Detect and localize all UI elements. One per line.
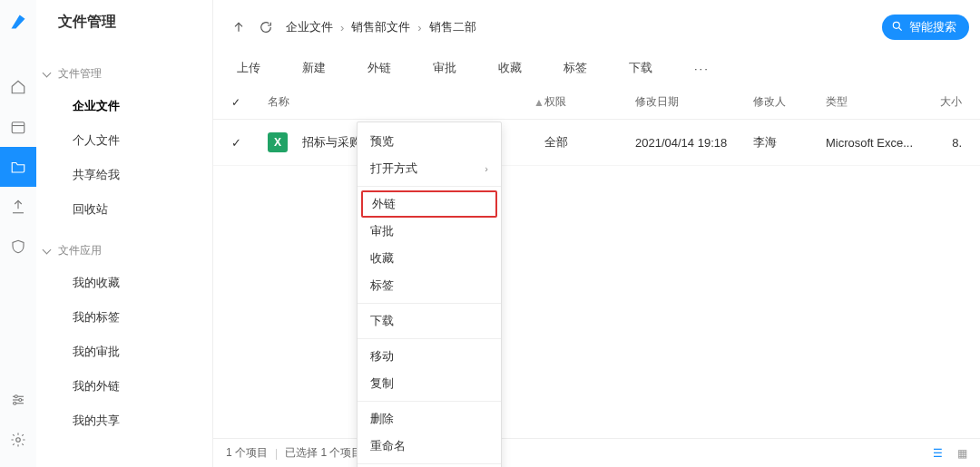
nav-enterprise-files[interactable]: 企业文件 [36, 89, 212, 123]
row-mod: 李海 [753, 134, 826, 151]
nav-my-links[interactable]: 我的外链 [36, 369, 212, 404]
nav-recycle-bin[interactable]: 回收站 [36, 192, 212, 227]
svg-point-8 [16, 438, 21, 443]
rail-upload[interactable] [0, 187, 36, 227]
chevron-right-icon: › [485, 163, 488, 174]
status-bar: 1 个项目 | 已选择 1 个项目 8.84 KB ☰ ▦ [213, 438, 980, 467]
ctx-download[interactable]: 下载 [358, 307, 501, 335]
row-perm: 全部 [544, 134, 635, 151]
col-size[interactable]: 大小 [926, 94, 962, 110]
ctx-favorite[interactable]: 收藏 [358, 245, 501, 272]
ctx-preview[interactable]: 预览 [358, 128, 501, 155]
ctx-open-with[interactable]: 打开方式› [358, 155, 501, 182]
context-menu: 预览 打开方式› 外链 审批 收藏 标签 下载 移动 复制 删除 重命名 版本 … [357, 122, 502, 467]
nav-shared-with-me[interactable]: 共享给我 [36, 158, 212, 192]
status-selected: 已选择 1 个项目 [285, 445, 362, 461]
row-size: 8. [926, 136, 962, 150]
ctx-delete[interactable]: 删除 [358, 405, 501, 433]
left-rail [0, 0, 36, 467]
tool-approve[interactable]: 审批 [433, 60, 456, 76]
search-label: 智能搜索 [909, 19, 956, 35]
table-header: ✓ 名称 ▲ 权限 修改日期 修改人 类型 大小 [213, 85, 980, 120]
svg-point-6 [19, 399, 22, 402]
row-date: 2021/04/14 19:18 [635, 136, 753, 150]
nav-group-apps: 文件应用 我的收藏 我的标签 我的审批 我的外链 我的共享 [36, 236, 212, 438]
rail-settings[interactable] [0, 420, 36, 460]
col-type[interactable]: 类型 [826, 94, 926, 110]
ctx-rename[interactable]: 重命名 [358, 433, 501, 460]
smart-search-button[interactable]: 智能搜索 [882, 15, 969, 40]
breadcrumb-bar: 企业文件› 销售部文件› 销售二部 智能搜索 [213, 0, 980, 47]
nav-my-approvals[interactable]: 我的审批 [36, 335, 212, 369]
sidebar: 文件管理 文件管理 企业文件 个人文件 共享给我 回收站 文件应用 我的收藏 我… [36, 0, 213, 467]
rail-sliders[interactable] [0, 380, 36, 420]
tool-tag[interactable]: 标签 [564, 60, 587, 76]
refresh-icon[interactable] [259, 20, 273, 34]
app-logo [9, 13, 27, 31]
tool-more[interactable]: ··· [694, 62, 710, 75]
tool-upload[interactable]: 上传 [237, 60, 260, 76]
toolbar: 上传 新建 外链 审批 收藏 标签 下载 ··· [213, 47, 980, 85]
ctx-copy[interactable]: 复制 [358, 370, 501, 397]
view-switch: ☰ ▦ [933, 447, 967, 460]
svg-line-10 [899, 27, 902, 30]
svg-point-5 [15, 395, 17, 398]
excel-file-icon: X [268, 132, 288, 152]
crumb[interactable]: 企业文件 [286, 19, 333, 35]
tool-download[interactable]: 下载 [629, 60, 652, 76]
nav-group-title[interactable]: 文件应用 [36, 236, 212, 266]
nav-group-files: 文件管理 企业文件 个人文件 共享给我 回收站 [36, 59, 212, 227]
rail-files[interactable] [0, 147, 36, 187]
rail-home[interactable] [0, 67, 36, 107]
rail-shield[interactable] [0, 227, 36, 267]
nav-group-title[interactable]: 文件管理 [36, 59, 212, 89]
ctx-approve[interactable]: 审批 [358, 218, 501, 245]
nav-up-icon[interactable] [231, 20, 246, 34]
nav-my-shares[interactable]: 我的共享 [36, 404, 212, 438]
rail-calendar[interactable] [0, 107, 36, 147]
app-title: 文件管理 [36, 13, 212, 32]
table-row[interactable]: ✓ X 招标与采购-采··· 全部 2021/04/14 19:18 李海 Mi… [213, 120, 980, 166]
crumb[interactable]: 销售部文件 [351, 19, 410, 35]
ctx-move[interactable]: 移动 [358, 343, 501, 370]
view-list-icon[interactable]: ☰ [933, 447, 943, 460]
search-icon [891, 20, 904, 35]
col-date[interactable]: 修改日期 [635, 94, 753, 110]
ctx-external-link[interactable]: 外链 [361, 190, 497, 218]
select-all[interactable]: ✓ [231, 96, 240, 109]
col-modifier[interactable]: 修改人 [753, 94, 826, 110]
tool-link[interactable]: 外链 [368, 60, 391, 76]
col-name[interactable]: 名称 [268, 94, 289, 110]
view-grid-icon[interactable]: ▦ [957, 447, 967, 460]
main-panel: 企业文件› 销售部文件› 销售二部 智能搜索 上传 新建 外链 审批 收藏 标签… [213, 0, 980, 467]
col-permission[interactable]: 权限 [544, 94, 635, 110]
svg-point-7 [14, 402, 16, 404]
breadcrumbs: 企业文件› 销售部文件› 销售二部 [286, 19, 476, 35]
row-check-icon[interactable]: ✓ [231, 136, 241, 150]
svg-point-9 [893, 22, 899, 28]
nav-my-tags[interactable]: 我的标签 [36, 300, 212, 335]
svg-rect-0 [12, 122, 24, 133]
nav-my-favorites[interactable]: 我的收藏 [36, 266, 212, 300]
tool-new[interactable]: 新建 [302, 60, 326, 76]
crumb[interactable]: 销售二部 [429, 19, 476, 35]
status-count: 1 个项目 [226, 445, 268, 461]
ctx-tag[interactable]: 标签 [358, 272, 501, 299]
tool-favorite[interactable]: 收藏 [498, 60, 522, 76]
sort-asc-icon[interactable]: ▲ [534, 96, 544, 109]
nav-personal-files[interactable]: 个人文件 [36, 123, 212, 158]
row-type: Microsoft Exce... [826, 136, 926, 150]
